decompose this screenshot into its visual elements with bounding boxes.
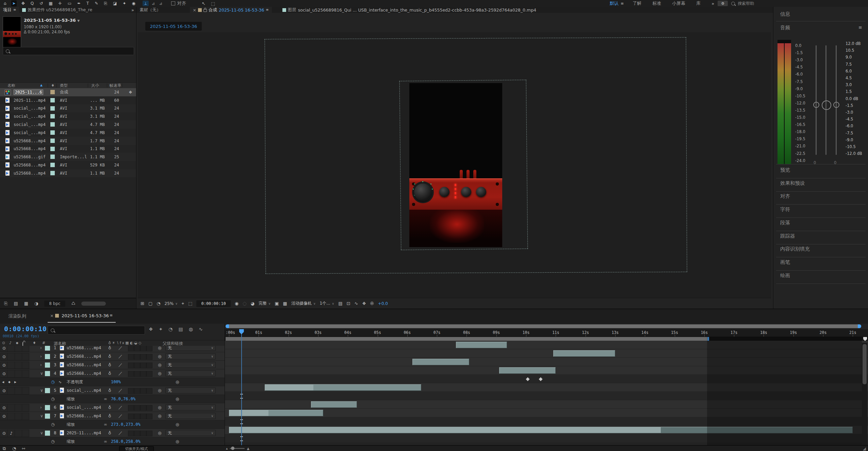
switch-well[interactable]: [140, 371, 146, 377]
pan-behind-tool-icon[interactable]: ✛: [58, 0, 63, 6]
quality-switch[interactable]: ／: [118, 346, 122, 352]
panel-7[interactable]: 跟踪器: [780, 233, 795, 239]
switch-well[interactable]: [128, 371, 134, 377]
project-item-row[interactable]: u525668...mp4AVI1.1 MB24: [0, 145, 136, 153]
zoom-in-icon[interactable]: ▲: [247, 447, 249, 450]
item-name-edit[interactable]: 2025-11...6: [14, 90, 43, 95]
eye-toggle[interactable]: ⊙: [0, 404, 8, 412]
resize-grip-icon[interactable]: ◢: [863, 446, 866, 451]
expand-chevron[interactable]: ›: [40, 346, 42, 352]
item-label-swatch[interactable]: [50, 163, 55, 167]
project-item-row[interactable]: 2025-11...mp4AVI... MB60: [0, 96, 136, 104]
expand-chevron[interactable]: ∨: [40, 412, 43, 420]
property-label[interactable]: 缩放: [67, 437, 75, 446]
workspace-tab[interactable]: 库: [693, 0, 708, 6]
shy-switch[interactable]: ♁: [108, 429, 111, 437]
parent-pickwhip-icon[interactable]: ◎: [158, 429, 161, 437]
switch-well[interactable]: [134, 405, 140, 411]
number-column[interactable]: #: [42, 341, 45, 345]
workspace-tab[interactable]: 小屏幕: [669, 0, 693, 6]
layer-color-swatch[interactable]: [45, 346, 50, 351]
work-area-bar[interactable]: [226, 337, 707, 341]
item-label-swatch[interactable]: [50, 122, 55, 127]
item-label-swatch[interactable]: [50, 155, 55, 159]
slider-knob-left[interactable]: [813, 102, 819, 108]
clip-bar[interactable]: [456, 342, 507, 348]
mask-visibility-icon[interactable]: ◔: [157, 301, 160, 306]
property-value[interactable]: 100%: [111, 378, 121, 386]
close-icon[interactable]: ×: [50, 313, 54, 318]
panel-menu-icon[interactable]: ≡: [266, 8, 268, 12]
graph-icon[interactable]: ∿: [199, 326, 203, 332]
expand-chevron[interactable]: ›: [40, 403, 42, 412]
audio-toggle[interactable]: [7, 370, 15, 377]
new-folder-icon[interactable]: ▤: [14, 301, 18, 306]
lock-toggle[interactable]: [22, 346, 29, 352]
comp-thumbnail[interactable]: [3, 16, 21, 49]
lock-toggle[interactable]: [22, 413, 29, 420]
pickwhip-icon[interactable]: ◎: [176, 437, 179, 446]
shy-switch[interactable]: ♁: [108, 369, 111, 377]
color-depth-toggle-icon[interactable]: ◑: [34, 301, 38, 306]
switch-well[interactable]: [134, 431, 140, 436]
parent-pickwhip-icon[interactable]: ◎: [158, 386, 161, 394]
switch-well[interactable]: [128, 363, 134, 368]
project-item-row[interactable]: social_...mp4AVI4.7 MB24: [0, 120, 136, 129]
audio-toggle[interactable]: [7, 346, 15, 352]
exposure-reset-icon[interactable]: ✇: [370, 301, 374, 306]
clip-bar[interactable]: [229, 410, 323, 416]
panel-8[interactable]: 内容识别填充: [780, 246, 810, 252]
property-value[interactable]: 258.0,258.0%: [111, 437, 141, 446]
quality-switch[interactable]: ／: [118, 352, 122, 360]
panel-10[interactable]: 绘画: [780, 272, 790, 279]
eye-toggle[interactable]: ⊙: [0, 361, 8, 369]
workspace-menu-icon[interactable]: ≡: [621, 2, 624, 5]
project-search-input[interactable]: [3, 47, 134, 55]
lock-icon[interactable]: [203, 9, 207, 12]
roto-brush-tool-icon[interactable]: ✦: [121, 0, 127, 6]
timeline-navigator[interactable]: [226, 324, 861, 328]
workspace-tab[interactable]: 了解: [629, 0, 649, 6]
clone-stamp-tool-icon[interactable]: ⎘: [103, 0, 108, 6]
eye-toggle[interactable]: ⊙: [0, 346, 8, 352]
shy-switch[interactable]: ♁: [108, 346, 111, 352]
zoom-slider-knob[interactable]: [231, 447, 234, 450]
layer-row[interactable]: ⊙∨4u525668....mp4♁／◎无∨: [0, 369, 225, 378]
interpret-footage-icon[interactable]: ⎘: [4, 301, 7, 306]
layer-name[interactable]: u525668....mp4: [67, 352, 101, 360]
view-layout-dropdown[interactable]: 活动摄像机∨: [291, 301, 316, 306]
layer-color-swatch[interactable]: [45, 388, 50, 393]
fast-previews-icon[interactable]: ▣: [275, 301, 279, 306]
panel-audio[interactable]: 音频: [780, 25, 790, 31]
panel-5[interactable]: 字符: [780, 206, 790, 213]
switch-well[interactable]: [146, 354, 152, 360]
stopwatch-icon[interactable]: ◷: [51, 420, 54, 429]
panel-3[interactable]: 效果和预设: [780, 180, 805, 187]
panel-menu-icon[interactable]: ≡: [13, 8, 16, 12]
solo-column-icon[interactable]: ●: [16, 341, 18, 344]
switch-well[interactable]: [146, 371, 152, 377]
parent-dropdown[interactable]: 无∨: [165, 362, 216, 368]
scrollbar-thumb[interactable]: [863, 344, 867, 384]
flowchart-icon[interactable]: ❖: [149, 326, 153, 332]
comp-flowchart-icon[interactable]: ∿: [354, 301, 358, 306]
draft3d-icon[interactable]: ✦: [159, 326, 163, 332]
vertical-scrollbar[interactable]: [862, 343, 867, 447]
pen-tool-icon[interactable]: ✒: [76, 0, 82, 6]
trash-icon[interactable]: ♺: [71, 301, 76, 306]
layer-color-swatch[interactable]: [45, 354, 50, 359]
solo-toggle[interactable]: [15, 370, 22, 377]
eye-toggle[interactable]: ⊙: [0, 387, 8, 394]
selection-tool-icon[interactable]: ➤: [11, 0, 17, 6]
project-item-row[interactable]: 2025-11...6合成24❖: [0, 88, 136, 96]
project-item-row[interactable]: social_...mp4AVI4.7 MB24: [0, 129, 136, 137]
audio-column-icon[interactable]: ♪: [9, 341, 12, 345]
brush-tool-icon[interactable]: ✎: [94, 0, 99, 6]
clip-bar[interactable]: [499, 367, 556, 374]
panel-4[interactable]: 对齐: [780, 193, 790, 199]
clip-bar[interactable]: [553, 350, 615, 357]
quality-switch[interactable]: ／: [118, 429, 122, 437]
solo-toggle[interactable]: [15, 413, 22, 420]
audio-toggle[interactable]: [7, 353, 15, 360]
toggle-switches-modes-button[interactable]: 切换开关/模式: [119, 446, 154, 451]
